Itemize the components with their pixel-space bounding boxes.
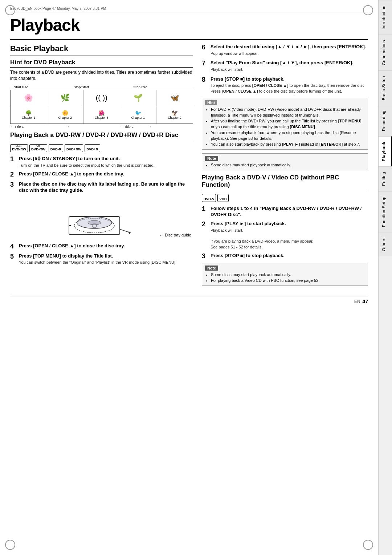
step-7: 7 Select "Play From Start" using [▲ / ▼]…	[202, 60, 368, 72]
t2-ch1-img: 🐦	[135, 110, 141, 116]
sidebar-tab-connections[interactable]: Connections	[379, 35, 392, 70]
s3-step2-body: Playback will start.If you are playing b…	[211, 228, 368, 250]
chap2-img: 🌿	[47, 90, 84, 106]
sidebar-tab-others[interactable]: Others	[379, 232, 392, 256]
sidebar-tab-introduction[interactable]: Introduction	[379, 0, 392, 35]
page-footer: EN 47	[10, 296, 368, 304]
title-row: ← Title 1 ————————————→ ← Title 2 ————→	[10, 125, 193, 129]
page-title: Playback	[10, 15, 368, 35]
badge-dvdr: DVD-R	[49, 144, 63, 152]
step8-body: To eject the disc, press [OPEN / CLOSE ▲…	[211, 83, 368, 94]
sidebar-tab-recording[interactable]: Recording	[379, 105, 392, 136]
step3-content: Place the disc on the disc tray with its…	[19, 181, 193, 194]
s3-step3-num: 3	[202, 253, 208, 260]
two-col-layout: Basic Playback Hint for DVD Playback The…	[10, 44, 368, 289]
sidebar-tab-basic-setup[interactable]: Basic Setup	[379, 70, 392, 105]
t2-ch1-label: Chapter 1	[131, 116, 145, 119]
step-6: 6 Select the desired title using [▲ / ▼ …	[202, 44, 368, 56]
step1-body: Turn on the TV and be sure to select the…	[19, 163, 193, 168]
svg-marker-6	[128, 231, 131, 234]
s3-step3-content: Press [STOP ■] to stop playback.	[211, 253, 368, 259]
s3-step-2: 2 Press [PLAY ►] to start playback. Play…	[202, 221, 368, 250]
step7-title: Select "Play From Start" using [▲ / ▼], …	[211, 60, 368, 66]
step1-content: Press [I/ϕ ON / STANDBY] to turn on the …	[19, 156, 193, 168]
section1-rule	[10, 56, 193, 56]
note-list-1: Some discs may start playback automatica…	[205, 162, 365, 168]
section3-format-badges: DVD-V VCD	[202, 194, 368, 202]
svg-point-4	[88, 220, 101, 225]
step2-num: 2	[10, 171, 17, 178]
s3-step2-content: Press [PLAY ►] to start playback. Playba…	[211, 221, 368, 250]
title1-bottom: 🌳 Chapter 1 🌼 Chapter 2 🌺 Chapter 3	[11, 106, 120, 123]
step5-body: You can switch between the "Original" an…	[19, 260, 193, 265]
diagram-top-labels: Start Rec. Stop/Start Stop Rec.	[10, 85, 193, 89]
diagram-box: 🌸 🌿 (( )) 🌱 🦋	[10, 90, 193, 124]
note1-item-1: Some discs may start playback automatica…	[211, 162, 365, 168]
s3-step3-title: Press [STOP ■] to stop playback.	[211, 253, 368, 259]
t2-ch2-label: Chapter 2	[168, 116, 181, 119]
step7-content: Select "Play From Start" using [▲ / ▼], …	[211, 60, 368, 72]
corner-decoration-tl	[5, 5, 15, 15]
badge-dvdrw-vr: VR DVD-RW	[29, 144, 47, 152]
step6-content: Select the desired title using [▲ / ▼ / …	[211, 44, 368, 56]
t1-ch1-label: Chapter 1	[22, 116, 35, 119]
hint-box-title: Hint	[205, 100, 217, 105]
hint-item-4: You can also start playback by pressing …	[211, 142, 365, 147]
hint-item-2: After you finalise the DVD+RW, you can c…	[211, 118, 365, 130]
corner-decoration-tr	[363, 5, 373, 15]
t2-ch2: 🦅 Chapter 2	[156, 106, 193, 123]
sidebar-tab-editing[interactable]: Editing	[379, 166, 392, 191]
step4-title: Press [OPEN / CLOSE ▲] to close the disc…	[19, 243, 193, 249]
badge-dvdplusrw: DVD+RW	[65, 144, 83, 152]
en-label: EN	[354, 299, 360, 304]
s3-step2-num: 2	[202, 221, 208, 228]
diagram-row-bottom: 🌳 Chapter 1 🌼 Chapter 2 🌺 Chapter 3	[11, 106, 193, 123]
step-5: 5 Press [TOP MENU] to display the Title …	[10, 253, 193, 266]
section1-title: Basic Playback	[10, 44, 193, 53]
t1-ch2-img: 🌼	[62, 110, 68, 116]
step6-num: 6	[202, 44, 208, 51]
step1-title: Press [I/ϕ ON / STANDBY] to turn on the …	[19, 156, 193, 162]
sidebar-tabs: Introduction Connections Basic Setup Rec…	[378, 0, 392, 555]
disc-tray-svg	[62, 197, 142, 240]
step1-num: 1	[10, 156, 17, 163]
t2-ch2-img: 🦅	[172, 110, 178, 116]
disc-tray-guide-label: ← Disc tray guide	[159, 233, 191, 237]
subsection2-title: Playing Back a DVD-RW / DVD-R / DVD+RW /…	[10, 131, 193, 139]
chap1-img: 🌸	[11, 90, 47, 106]
step3-title: Place the disc on the disc tray with its…	[19, 181, 193, 194]
hint-item-3: You can resume playback from where you s…	[211, 130, 365, 142]
title1-label: ← Title 1 ————————————→	[10, 125, 120, 129]
diagram-row-top: 🌸 🌿 (( )) 🌱 🦋	[11, 90, 193, 106]
s3-step-3: 3 Press [STOP ■] to stop playback.	[202, 253, 368, 260]
t1-ch1: 🌳 Chapter 1	[11, 106, 47, 123]
step8-content: Press [STOP ■] to stop playback. To ejec…	[211, 76, 368, 94]
step2-content: Press [OPEN / CLOSE ▲] to open the disc …	[19, 171, 193, 177]
title1-chapters-row: 🌸 🌿 (( ))	[11, 90, 120, 106]
sidebar-tab-function-setup[interactable]: Function Setup	[379, 191, 392, 232]
t1-ch3: 🌺 Chapter 3	[83, 106, 120, 123]
note-box-1: Note Some discs may start playback autom…	[202, 153, 368, 170]
note2-item-1: Some discs may start playback automatica…	[211, 272, 365, 278]
subsection2-rule	[10, 141, 193, 141]
disc-tray-illustration: ← Disc tray guide	[10, 197, 193, 240]
step-2: 2 Press [OPEN / CLOSE ▲] to open the dis…	[10, 171, 193, 178]
main-content: E7J70BD_EN.book Page 47 Monday, May 7, 2…	[0, 0, 378, 555]
t1-ch3-label: Chapter 3	[95, 116, 108, 119]
section3-rule	[202, 191, 368, 191]
step2-title: Press [OPEN / CLOSE ▲] to open the disc …	[19, 171, 193, 177]
step6-body: Pop up window will appear.	[211, 51, 368, 56]
sidebar-tab-playback[interactable]: Playback	[379, 136, 392, 166]
dvd-diagram: Start Rec. Stop/Start Stop Rec. 🌸	[10, 85, 193, 129]
t2-chap2-img: 🦋	[156, 90, 193, 106]
disc-tray-arrow: ←	[159, 233, 163, 237]
step8-title: Press [STOP ■] to stop playback.	[211, 76, 368, 82]
step5-num: 5	[10, 253, 17, 260]
chap3-img: (( ))	[83, 90, 120, 106]
step-8: 8 Press [STOP ■] to stop playback. To ej…	[202, 76, 368, 94]
page-number: 47	[362, 299, 368, 304]
badge-dvdv: DVD-V	[202, 194, 216, 202]
corner-decoration-bl	[5, 540, 15, 550]
t1-ch1-img: 🌳	[25, 110, 32, 116]
title2-chapters-row: 🌱 🦋	[120, 90, 193, 106]
